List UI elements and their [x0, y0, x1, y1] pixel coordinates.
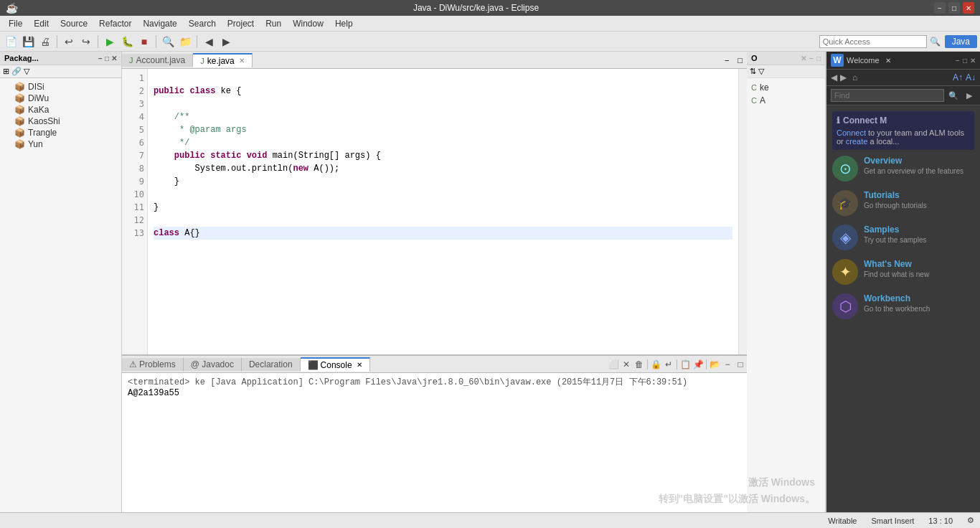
menu-navigate[interactable]: Navigate [137, 17, 182, 30]
pkg-link-icon[interactable]: 🔗 [11, 67, 22, 76]
toolbar-stop[interactable]: ■ [136, 34, 152, 50]
tree-item-diwu[interactable]: 📦 DiWu [0, 93, 121, 104]
menu-edit[interactable]: Edit [28, 17, 55, 30]
welcome-item-overview[interactable]: ⊙ Overview Get an overview of the featur… [832, 156, 974, 182]
console-toolbar-minimize[interactable]: − [721, 358, 734, 371]
console-toolbar-clear[interactable]: 🗑 [633, 358, 646, 371]
menu-project[interactable]: Project [222, 17, 260, 30]
package-explorer-close[interactable]: ✕ [111, 55, 117, 62]
welcome-minimize[interactable]: − [956, 57, 960, 65]
line-numbers: 1 2 3 4 5 6 7 8 9 10 11 12 13 [122, 69, 148, 354]
maximize-button[interactable]: □ [948, 2, 960, 14]
quick-access-input[interactable] [819, 35, 927, 48]
editor-scrollbar[interactable] [738, 69, 747, 354]
console-toolbar-scroll-lock[interactable]: 🔒 [649, 358, 662, 371]
tree-item-disi[interactable]: 📦 DISi [0, 81, 121, 93]
welcome-find-next[interactable]: ▶ [963, 89, 976, 102]
menu-source[interactable]: Source [55, 17, 93, 30]
toolbar-forward[interactable]: ▶ [218, 34, 234, 50]
code-content[interactable]: public class ke { /** * @param args */ p… [148, 69, 738, 354]
connect-link[interactable]: Connect [837, 128, 866, 137]
outline-class-icon-ke: C [751, 83, 757, 92]
welcome-find-button[interactable]: 🔍 [947, 89, 960, 102]
code-line-7: public static void main(String[] args) { [154, 149, 732, 162]
welcome-maximize[interactable]: □ [963, 57, 967, 65]
java-perspective-label[interactable]: Java [945, 35, 977, 48]
console-toolbar-word-wrap[interactable]: ↵ [662, 358, 675, 371]
bottom-tabs: ⚠ Problems @ Javadoc Declaration ⬛ Conso… [122, 356, 747, 373]
minimize-button[interactable]: − [934, 2, 946, 14]
console-toolbar-pin[interactable]: 📌 [692, 358, 705, 371]
tab-account-java[interactable]: J Account.java [122, 54, 193, 67]
welcome-close[interactable]: ✕ [970, 57, 976, 65]
toolbar-open-res[interactable]: 📁 [177, 34, 193, 50]
outline-item-a[interactable]: C A [751, 94, 821, 107]
welcome-item-samples[interactable]: ◈ Samples Try out the samples [832, 225, 974, 250]
toolbar-print[interactable]: 🖨 [37, 34, 53, 50]
menu-window[interactable]: Window [287, 17, 329, 30]
toolbar-new[interactable]: 📄 [3, 34, 19, 50]
tree-item-kaka[interactable]: 📦 KaKa [0, 104, 121, 116]
welcome-item-workbench[interactable]: ⬡ Workbench Go to the workbench [832, 293, 974, 319]
menu-run[interactable]: Run [260, 17, 287, 30]
tab-javadoc[interactable]: @ Javadoc [184, 358, 242, 371]
package-explorer-maximize[interactable]: □ [105, 55, 109, 62]
tab-console-close[interactable]: ✕ [357, 361, 362, 369]
console-toolbar-open[interactable]: 📂 [708, 358, 721, 371]
tab-ke-java-close[interactable]: ✕ [239, 57, 245, 65]
tab-ke-java[interactable]: J ke.java ✕ [193, 53, 253, 67]
tree-item-trangle[interactable]: 📦 Trangle [0, 127, 121, 138]
welcome-forward-btn[interactable]: ▶ [840, 72, 847, 82]
welcome-item-tutorials[interactable]: 🎓 Tutorials Go through tutorials [832, 190, 974, 216]
menu-file[interactable]: File [3, 17, 28, 30]
menu-help[interactable]: Help [329, 17, 359, 30]
outline-sort-icon[interactable]: ⇅ [750, 67, 756, 76]
welcome-item-whatsnew[interactable]: ✦ What's New Find out what is new [832, 259, 974, 285]
console-content[interactable]: <terminated> ke [Java Application] C:\Pr… [122, 373, 747, 512]
tab-console[interactable]: ⬛ Console ✕ [301, 357, 370, 372]
welcome-zoom-in[interactable]: A↑ [953, 72, 963, 82]
menu-refactor[interactable]: Refactor [93, 17, 137, 30]
welcome-home-btn[interactable]: ⌂ [852, 72, 857, 82]
welcome-find-input[interactable] [831, 89, 944, 102]
console-toolbar-copy-output[interactable]: 📋 [679, 358, 692, 371]
toolbar-redo[interactable]: ↪ [78, 34, 94, 50]
toolbar-debug[interactable]: 🐛 [119, 34, 135, 50]
editor-tab-maximize[interactable]: □ [733, 55, 747, 66]
console-toolbar-remove[interactable]: ✕ [620, 358, 633, 371]
toolbar-open-type[interactable]: 🔍 [160, 34, 176, 50]
console-terminated-text: <terminated> ke [Java Application] C:\Pr… [128, 376, 741, 388]
welcome-zoom-out[interactable]: A↓ [966, 72, 976, 82]
editor-tab-minimize[interactable]: − [720, 55, 733, 66]
tab-problems[interactable]: ⚠ Problems [122, 358, 184, 371]
tree-item-kaosshi[interactable]: 📦 KaosShi [0, 116, 121, 127]
welcome-back-btn[interactable]: ◀ [831, 72, 837, 82]
tree-item-yun[interactable]: 📦 Yun [0, 138, 121, 150]
outline-close-icon[interactable]: ✕ [801, 55, 806, 62]
console-output-text: A@2a139a55 [128, 388, 741, 398]
code-editor[interactable]: 1 2 3 4 5 6 7 8 9 10 11 12 13 public cla… [122, 69, 747, 354]
outline-minimize-icon[interactable]: − [809, 55, 814, 62]
toolbar-save[interactable]: 💾 [20, 34, 36, 50]
console-toolbar-maximize[interactable]: □ [734, 358, 747, 371]
code-line-3 [154, 98, 732, 110]
pkg-collapse-icon[interactable]: ⊞ [3, 67, 9, 76]
toolbar-back[interactable]: ◀ [201, 34, 217, 50]
outline-filter-icon[interactable]: ▽ [758, 67, 764, 76]
pkg-filter-icon[interactable]: ▽ [24, 67, 29, 76]
package-explorer-minimize[interactable]: − [98, 55, 103, 62]
welcome-tab-close[interactable]: ✕ [885, 57, 891, 65]
create-link[interactable]: create [846, 137, 868, 146]
outline-item-ke[interactable]: C ke [751, 81, 821, 94]
code-line-6: */ [154, 136, 732, 149]
toolbar-undo[interactable]: ↩ [61, 34, 77, 50]
console-toolbar-terminate[interactable]: ⬜ [607, 358, 620, 371]
tab-ke-java-label: ke.java [207, 56, 235, 66]
close-button[interactable]: ✕ [963, 2, 974, 14]
outline-maximize-icon[interactable]: □ [816, 55, 821, 62]
menu-search[interactable]: Search [183, 17, 222, 30]
tab-declaration[interactable]: Declaration [242, 358, 301, 371]
samples-icon: ◈ [832, 225, 858, 250]
toolbar-run[interactable]: ▶ [102, 34, 118, 50]
status-settings-icon[interactable]: ⚙ [967, 516, 974, 525]
